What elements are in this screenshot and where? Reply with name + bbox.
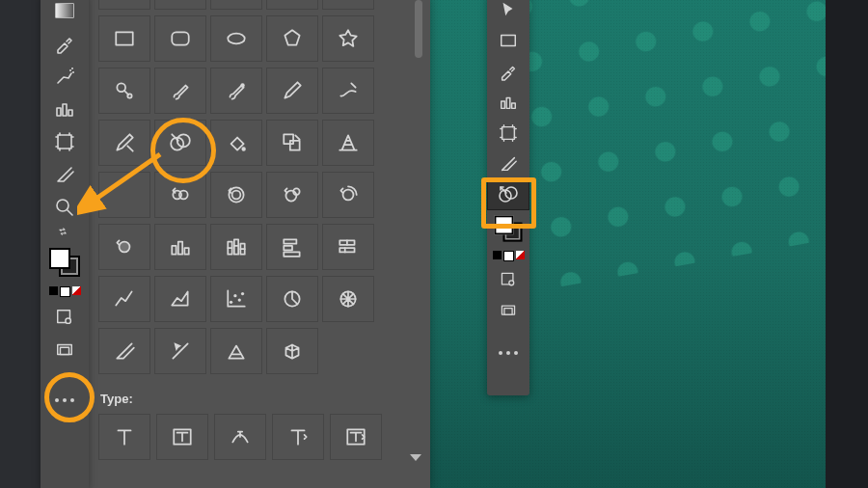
color-mode-none-icon[interactable] <box>72 286 81 295</box>
svg-point-49 <box>233 294 236 297</box>
rectangle-tool[interactable] <box>487 25 529 56</box>
area-type-tool[interactable] <box>156 414 208 460</box>
color-mode-row[interactable] <box>487 247 529 264</box>
symbol-shifter-tool[interactable] <box>154 172 206 218</box>
shape-builder-tool[interactable] <box>154 120 206 166</box>
stacked-column-graph-tool[interactable] <box>210 224 262 270</box>
screen-mode-button[interactable] <box>41 334 89 366</box>
all-tools-drawer: Type: <box>89 0 430 488</box>
bar-graph-tool[interactable] <box>266 224 318 270</box>
slice-tool[interactable] <box>98 328 150 374</box>
symbol-sprayer-tool[interactable] <box>41 60 89 93</box>
polygon-tool[interactable] <box>266 15 318 62</box>
svg-point-64 <box>509 281 514 285</box>
rectangle-tool[interactable] <box>98 15 150 62</box>
svg-rect-13 <box>60 347 68 354</box>
line-segment-tool[interactable] <box>98 0 150 10</box>
svg-rect-17 <box>116 32 132 44</box>
svg-rect-37 <box>172 246 176 255</box>
symbol-stainer-tool[interactable] <box>98 224 150 270</box>
vertical-type-tool[interactable] <box>272 414 324 460</box>
column-graph-tool[interactable] <box>41 93 89 125</box>
blob-brush-tool[interactable] <box>210 68 262 114</box>
svg-rect-44 <box>284 246 292 250</box>
column-graph-tool[interactable] <box>154 224 206 270</box>
callout-square-shape-builder <box>481 177 536 229</box>
svg-point-50 <box>238 298 241 301</box>
color-mode-color-icon[interactable] <box>49 286 58 295</box>
pencil-tool[interactable] <box>266 68 318 114</box>
draw-mode-button[interactable] <box>41 301 89 334</box>
spiral-tool[interactable] <box>210 0 262 10</box>
artboard-tool[interactable] <box>41 125 89 158</box>
screen-mode-button[interactable] <box>487 295 529 326</box>
slice-tool[interactable] <box>487 149 529 179</box>
color-mode-row[interactable] <box>41 282 89 301</box>
selection-tool[interactable] <box>487 0 529 25</box>
live-paint-selection-tool[interactable] <box>266 120 318 166</box>
color-mode-color-icon[interactable] <box>493 251 502 259</box>
symbol-sizer-tool[interactable] <box>266 172 318 218</box>
svg-rect-41 <box>234 239 238 254</box>
rectangular-grid-tool[interactable] <box>266 0 318 10</box>
svg-rect-58 <box>506 97 510 108</box>
svg-point-30 <box>232 191 241 200</box>
fill-swatch[interactable] <box>49 248 70 269</box>
type-tool[interactable] <box>98 414 150 460</box>
fill-stroke-swatches[interactable] <box>41 243 89 282</box>
line-graph-tool[interactable] <box>98 276 150 322</box>
gradient-tool[interactable] <box>41 0 89 27</box>
svg-rect-56 <box>502 36 516 46</box>
drawer-caret-icon[interactable] <box>410 454 421 461</box>
flare-tool[interactable] <box>98 68 150 114</box>
slice-tool[interactable] <box>41 158 89 191</box>
edit-toolbar-button[interactable] <box>487 338 529 368</box>
slice-selection-tool[interactable] <box>154 328 206 374</box>
perspective-grid-tool[interactable] <box>322 120 374 166</box>
draw-mode-button[interactable] <box>487 264 529 295</box>
zoom-tool[interactable] <box>41 191 89 224</box>
ellipse-tool[interactable] <box>210 15 262 62</box>
area-graph-tool[interactable] <box>154 276 206 322</box>
svg-rect-57 <box>502 101 505 108</box>
vertical-area-type-tool[interactable] <box>330 414 382 460</box>
symbol-scruncher-tool[interactable] <box>210 172 262 218</box>
stacked-bar-graph-tool[interactable] <box>322 224 374 270</box>
pie-graph-tool[interactable] <box>266 276 318 322</box>
color-mode-none-icon[interactable] <box>516 251 525 259</box>
drawer-scrollbar[interactable] <box>415 0 422 58</box>
type-on-path-tool[interactable] <box>214 414 266 460</box>
live-paint-bucket-tool[interactable] <box>210 120 262 166</box>
svg-point-4 <box>71 68 73 69</box>
symbol-spinner-tool[interactable] <box>322 172 374 218</box>
eyedropper-tool[interactable] <box>487 56 529 87</box>
ellipsis-icon <box>55 398 74 402</box>
svg-point-3 <box>72 71 74 73</box>
color-mode-gradient-icon[interactable] <box>60 286 70 297</box>
svg-rect-47 <box>339 248 354 252</box>
umbrella-canopy <box>818 0 826 255</box>
color-mode-gradient-icon[interactable] <box>503 251 514 261</box>
edit-toolbar-button[interactable] <box>41 384 89 417</box>
3d-tool[interactable] <box>266 328 318 374</box>
type-section-label: Type: <box>100 392 401 406</box>
smooth-tool[interactable] <box>322 68 374 114</box>
column-graph-tool[interactable] <box>487 87 529 118</box>
paintbrush-tool[interactable] <box>154 68 206 114</box>
swap-fill-stroke-icon[interactable] <box>41 224 89 243</box>
radar-graph-tool[interactable] <box>322 276 374 322</box>
empty-cell <box>322 328 372 372</box>
svg-rect-1 <box>56 4 73 17</box>
artboard-tool[interactable] <box>487 118 529 149</box>
scatter-graph-tool[interactable] <box>210 276 262 322</box>
path-eraser-tool[interactable] <box>98 120 150 166</box>
perspective-selection-tool[interactable] <box>210 328 262 374</box>
polar-grid-tool[interactable] <box>322 0 374 10</box>
eyedropper-tool[interactable] <box>41 27 89 60</box>
symbol-sprayer-tool[interactable] <box>98 172 150 218</box>
star-tool[interactable] <box>322 15 374 62</box>
arc-tool[interactable] <box>154 0 206 10</box>
rounded-rectangle-tool[interactable] <box>154 15 206 62</box>
svg-rect-38 <box>178 242 182 255</box>
svg-point-36 <box>120 242 130 253</box>
